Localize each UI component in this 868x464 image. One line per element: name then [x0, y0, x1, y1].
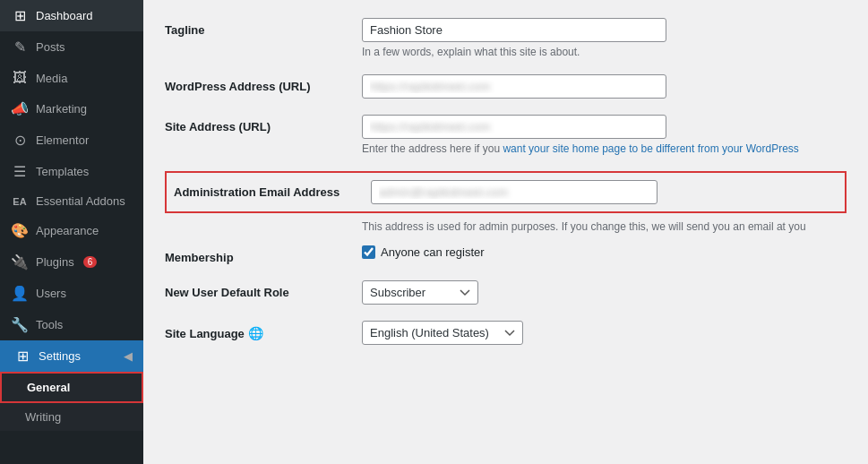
site-address-help: Enter the address here if you want your …	[362, 142, 847, 155]
user-role-label: New User Default Role	[165, 280, 362, 299]
admin-email-help-row: This address is used for admin purposes.…	[165, 217, 847, 233]
membership-checkbox-label[interactable]: Anyone can register	[362, 245, 847, 259]
admin-email-label: Administration Email Address	[174, 185, 371, 199]
sidebar-item-media[interactable]: 🖼 Media	[0, 63, 143, 93]
site-address-field: Enter the address here if you want your …	[362, 115, 847, 155]
sidebar-item-settings[interactable]: ⊞ Settings ◀	[0, 340, 143, 372]
sidebar-item-essential-addons[interactable]: EA Essential Addons	[0, 187, 143, 215]
appearance-icon: 🎨	[11, 222, 29, 239]
membership-checkbox-text: Anyone can register	[381, 245, 485, 259]
sidebar-item-appearance[interactable]: 🎨 Appearance	[0, 215, 143, 246]
sidebar-item-label: Marketing	[36, 102, 87, 116]
sidebar-item-label: Posts	[36, 40, 65, 54]
users-icon: 👤	[11, 285, 29, 302]
tagline-help: In a few words, explain what this site i…	[362, 46, 847, 58]
membership-checkbox[interactable]	[362, 245, 375, 259]
translate-icon: 🌐	[248, 326, 263, 340]
wp-address-input[interactable]	[362, 74, 666, 99]
sidebar-item-marketing[interactable]: 📣 Marketing	[0, 93, 143, 125]
tools-icon: 🔧	[11, 316, 29, 333]
site-address-input[interactable]	[362, 115, 666, 139]
sidebar-item-templates[interactable]: ☰ Templates	[0, 156, 143, 187]
dashboard-icon: ⊞	[11, 7, 29, 24]
sidebar-item-users[interactable]: 👤 Users	[0, 278, 143, 309]
sidebar-item-label: Elementor	[36, 133, 89, 147]
posts-icon: ✎	[11, 39, 29, 56]
sidebar-item-label: Users	[36, 287, 66, 300]
sidebar-item-label: Tools	[36, 318, 63, 331]
tagline-row: Tagline In a few words, explain what thi…	[165, 18, 847, 58]
sidebar-submenu-writing[interactable]: Writing	[0, 403, 143, 431]
sidebar-item-label: Dashboard	[36, 9, 93, 22]
admin-email-row: Administration Email Address	[165, 171, 847, 213]
marketing-icon: 📣	[11, 100, 29, 117]
site-language-field: English (United States) English (UK) Spa…	[362, 321, 847, 345]
sidebar-item-label: Appearance	[36, 224, 99, 237]
site-address-row: Site Address (URL) Enter the address her…	[165, 115, 847, 155]
tagline-label: Tagline	[165, 18, 362, 37]
sidebar-item-elementor[interactable]: ⊙ Elementor	[0, 125, 143, 156]
sidebar-item-plugins[interactable]: 🔌 Plugins 6	[0, 246, 143, 278]
wp-address-field	[362, 74, 847, 99]
sidebar-item-label: Plugins	[36, 255, 74, 269]
site-address-help-text: Enter the address here if you	[362, 142, 503, 155]
media-icon: 🖼	[11, 70, 29, 86]
plugins-icon: 🔌	[11, 253, 29, 271]
essential-addons-icon: EA	[11, 196, 29, 207]
user-role-row: New User Default Role Subscriber Contrib…	[165, 280, 847, 305]
settings-icon: ⊞	[13, 348, 31, 365]
sidebar-item-dashboard[interactable]: ⊞ Dashboard	[0, 0, 143, 31]
wp-address-row: WordPress Address (URL)	[165, 74, 847, 99]
site-language-row: Site Language 🌐 English (United States) …	[165, 321, 847, 345]
tagline-field: In a few words, explain what this site i…	[362, 18, 847, 58]
main-content: Tagline In a few words, explain what thi…	[143, 0, 868, 464]
writing-label: Writing	[25, 410, 61, 424]
sidebar-item-label: Media	[36, 72, 67, 85]
user-role-select[interactable]: Subscriber Contributor Author Editor Adm…	[362, 280, 478, 305]
sidebar-item-label: Settings	[39, 349, 81, 363]
admin-email-input[interactable]	[371, 180, 657, 204]
site-language-select[interactable]: English (United States) English (UK) Spa…	[362, 321, 523, 345]
membership-label: Membership	[165, 245, 362, 264]
sidebar-item-posts[interactable]: ✎ Posts	[0, 31, 143, 63]
site-language-label-text: Site Language	[165, 327, 245, 340]
site-address-help-link[interactable]: want your site home page to be different…	[503, 142, 798, 155]
membership-row: Membership Anyone can register	[165, 245, 847, 264]
sidebar-item-tools[interactable]: 🔧 Tools	[0, 309, 143, 340]
settings-collapse-icon: ◀	[124, 349, 133, 363]
admin-email-field	[371, 180, 838, 204]
membership-field: Anyone can register	[362, 245, 847, 259]
tagline-input[interactable]	[362, 18, 666, 42]
site-address-label: Site Address (URL)	[165, 115, 362, 133]
sidebar-item-label: Templates	[36, 165, 89, 178]
elementor-icon: ⊙	[11, 132, 29, 149]
plugins-badge: 6	[83, 256, 98, 268]
sidebar-item-label: Essential Addons	[36, 194, 125, 208]
templates-icon: ☰	[11, 163, 29, 180]
sidebar: ⊞ Dashboard ✎ Posts 🖼 Media 📣 Marketing …	[0, 0, 143, 464]
user-role-field: Subscriber Contributor Author Editor Adm…	[362, 280, 847, 305]
admin-email-help: This address is used for admin purposes.…	[362, 220, 806, 233]
wp-address-label: WordPress Address (URL)	[165, 74, 362, 93]
sidebar-submenu-general[interactable]: General	[0, 372, 143, 403]
general-label: General	[27, 381, 70, 394]
site-language-label: Site Language 🌐	[165, 321, 362, 340]
